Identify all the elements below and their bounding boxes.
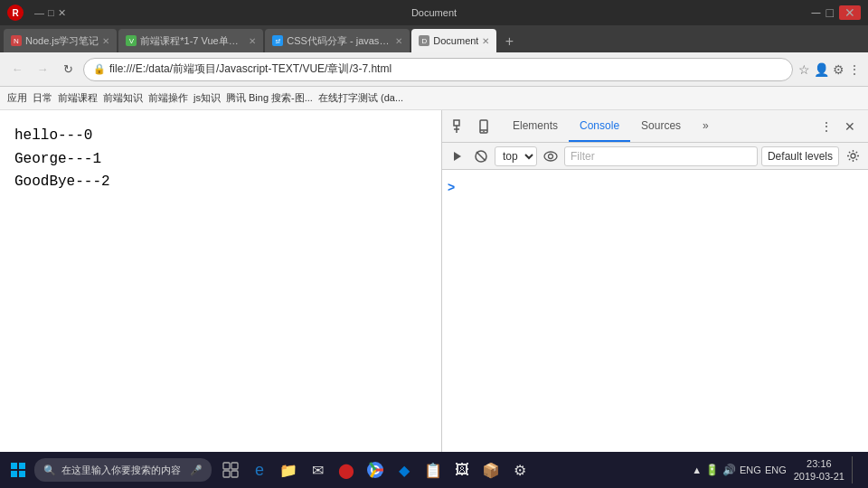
tray-arrow-icon[interactable]: ▲: [692, 465, 702, 475]
tray-network-icon: 🔊: [722, 464, 736, 476]
svg-rect-0: [454, 120, 459, 126]
devtools-tab-console[interactable]: Console: [569, 111, 630, 142]
vscode-icon[interactable]: ◆: [391, 456, 418, 483]
settings-icon[interactable]: ⚙: [506, 456, 533, 483]
title-bar: R — □ ✕ Document ─ □ ✕: [0, 0, 868, 25]
console-play-icon[interactable]: [448, 146, 467, 166]
main-content: hello---0 George---1 GoodBye---2: [0, 110, 868, 452]
address-bar-input[interactable]: 🔒 file:///E:/data/前端项目/Javascript-TEXT/V…: [83, 58, 793, 81]
bookmark-3[interactable]: 前端课程: [58, 91, 98, 105]
bookmark-5[interactable]: 前端操作: [148, 91, 188, 105]
taskbar-search-box[interactable]: 🔍 在这里输入你要搜索的内容 🎤: [34, 458, 212, 482]
inspect-element-icon[interactable]: [449, 116, 471, 137]
svg-point-11: [851, 154, 855, 158]
start-button[interactable]: [4, 455, 33, 484]
chrome-icon[interactable]: [362, 456, 389, 483]
back-button[interactable]: ←: [7, 60, 27, 80]
refresh-button[interactable]: ↻: [58, 60, 78, 80]
file-explorer-icon[interactable]: 📁: [275, 456, 302, 483]
page-content-area: hello---0 George---1 GoodBye---2: [0, 110, 441, 452]
file-manager-icon[interactable]: 📋: [420, 456, 447, 483]
bookmark-4[interactable]: 前端知识: [103, 91, 143, 105]
bookmark-1[interactable]: 应用: [7, 91, 27, 105]
tab-favicon-1: N: [11, 35, 22, 46]
console-context-select[interactable]: top: [495, 146, 537, 166]
taskbar-pinned-icons: e 📁 ✉ ⬤ ◆ 📋 🖼: [217, 456, 533, 483]
svg-marker-6: [454, 152, 461, 161]
title-close-btn[interactable]: ✕: [839, 5, 861, 20]
devtools-more-tabs[interactable]: »: [692, 111, 720, 142]
tab-favicon-4: D: [419, 35, 429, 46]
window-minimize[interactable]: —: [34, 7, 44, 18]
bookmark-2[interactable]: 日常: [33, 91, 52, 105]
svg-rect-13: [19, 463, 25, 469]
photo-icon[interactable]: 🖼: [448, 456, 476, 483]
mail-icon[interactable]: ✉: [304, 456, 331, 483]
ie-icon[interactable]: e: [246, 456, 273, 483]
tab-favicon-2: V: [126, 35, 137, 46]
console-prompt-chevron: >: [448, 180, 455, 194]
svg-rect-15: [19, 471, 25, 477]
devtools-tab-elements[interactable]: Elements: [502, 111, 569, 142]
tray-sound-icon: ENG: [740, 465, 761, 475]
bookmark-7[interactable]: 腾讯 Bing 搜索-图...: [226, 91, 313, 105]
tab-close-3[interactable]: ✕: [395, 36, 402, 46]
new-tab-button[interactable]: +: [498, 31, 520, 52]
default-levels-button[interactable]: Default levels: [761, 146, 839, 166]
clock-date: 2019-03-21: [794, 470, 844, 483]
svg-rect-16: [223, 463, 230, 469]
tab-favicon-3: sf: [272, 35, 283, 46]
svg-rect-18: [223, 471, 230, 477]
devtools-tab-sources[interactable]: Sources: [630, 111, 692, 142]
svg-point-9: [544, 152, 557, 161]
console-settings-icon[interactable]: [843, 146, 863, 166]
devtools-overflow-menu[interactable]: ⋮: [816, 116, 837, 137]
browser-tab-2[interactable]: V 前端课程*1-7 Vue单组件的身... ✕: [118, 29, 263, 52]
svg-line-8: [476, 152, 486, 161]
devtools-right-icons: ⋮ ✕: [808, 116, 868, 137]
browser-tab-3[interactable]: sf CSS代码分享 - javascript... ✕: [265, 29, 410, 52]
taskbar-mic-icon: 🎤: [190, 465, 203, 476]
address-text: file:///E:/data/前端项目/Javascript-TEXT/VUE…: [109, 61, 392, 77]
console-block-icon[interactable]: [471, 146, 491, 166]
window-title-text: Document: [411, 7, 457, 18]
tab-close-1[interactable]: ✕: [102, 36, 109, 46]
taskview-button[interactable]: [217, 456, 244, 483]
address-lock-icon: 🔒: [93, 63, 106, 75]
bookmark-star-icon[interactable]: ☆: [798, 62, 810, 77]
taskbar-search-placeholder: 在这里输入你要搜索的内容: [61, 464, 181, 477]
svg-rect-14: [11, 471, 17, 477]
forward-button[interactable]: →: [33, 60, 52, 80]
browser-tab-1[interactable]: N Node.js学习笔记 ✕: [4, 29, 117, 52]
search-mic-icon: 🔍: [43, 465, 56, 476]
app-red-icon[interactable]: ⬤: [333, 456, 360, 483]
svg-rect-19: [231, 471, 238, 477]
bookmarks-bar: 应用 日常 前端课程 前端知识 前端操作 js知识 腾讯 Bing 搜索-图..…: [0, 87, 868, 110]
taskbar-clock[interactable]: 23:16 2019-03-21: [794, 457, 844, 483]
console-filter-input[interactable]: [564, 146, 758, 166]
tab-close-4[interactable]: ✕: [482, 36, 489, 46]
page-line-3: GoodBye---2: [14, 171, 427, 194]
tab-close-2[interactable]: ✕: [249, 36, 256, 46]
svg-point-5: [483, 130, 485, 132]
svg-rect-12: [11, 463, 17, 469]
window-close[interactable]: ✕: [58, 7, 66, 19]
console-prompt-line: >: [448, 179, 863, 195]
console-input-area[interactable]: [458, 179, 863, 195]
extensions-icon[interactable]: ⚙: [833, 62, 844, 77]
svg-rect-17: [231, 463, 238, 469]
devtools-close-button[interactable]: ✕: [839, 116, 861, 137]
user-profile-icon[interactable]: 👤: [814, 62, 829, 77]
console-content-area[interactable]: >: [442, 170, 868, 452]
menu-icon[interactable]: ⋮: [848, 62, 861, 77]
console-eye-icon[interactable]: [541, 146, 561, 166]
bookmark-6[interactable]: js知识: [193, 91, 221, 105]
device-toolbar-icon[interactable]: [473, 116, 495, 137]
show-desktop-button[interactable]: [852, 456, 857, 483]
title-minimize-btn[interactable]: ─: [812, 5, 821, 20]
browser-tab-4[interactable]: D Document ✕: [411, 29, 496, 52]
package-icon[interactable]: 📦: [477, 456, 505, 483]
title-maximize-btn[interactable]: □: [826, 5, 834, 20]
window-maximize[interactable]: □: [48, 7, 54, 18]
bookmark-8[interactable]: 在线打字测试 (da...: [318, 91, 403, 105]
